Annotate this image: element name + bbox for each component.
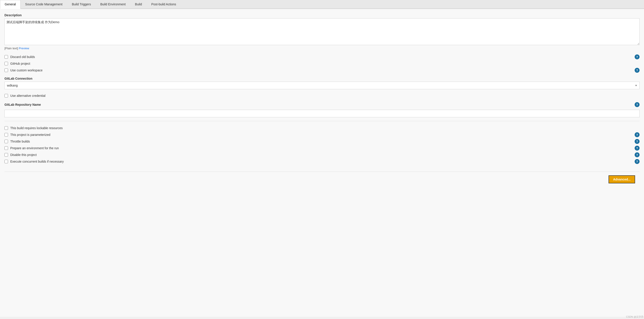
lockable-resources-row: This build requires lockable resources	[4, 125, 640, 132]
lockable-resources-label[interactable]: This build requires lockable resources	[10, 126, 640, 130]
bottom-bar: Advanced...	[4, 172, 640, 187]
text-format-row: [Plain text] Preview	[4, 46, 640, 50]
concurrent-builds-row: Execute concurrent builds if necessary ?	[4, 158, 640, 165]
tab-general[interactable]: General	[0, 0, 20, 9]
gitlab-repo-label-row: GitLab Repository Name ?	[4, 102, 640, 107]
disable-project-help-icon[interactable]: ?	[635, 152, 640, 157]
disable-project-row: Disable this project ?	[4, 152, 640, 158]
throttle-builds-row: Throttle builds ?	[4, 138, 640, 145]
gitlab-repo-input[interactable]	[4, 110, 640, 117]
use-alt-credential-label[interactable]: Use alternative credential	[10, 94, 640, 98]
github-project-row: GitHub project	[4, 60, 640, 67]
discard-old-builds-label[interactable]: Discard old builds	[10, 55, 640, 59]
use-custom-workspace-label[interactable]: Use custom workspace	[10, 68, 640, 72]
parameterized-checkbox[interactable]	[4, 133, 8, 136]
use-custom-workspace-row: Use custom workspace ?	[4, 67, 640, 74]
tab-build-environment[interactable]: Build Environment	[96, 0, 130, 8]
throttle-builds-label[interactable]: Throttle builds	[10, 140, 640, 143]
concurrent-builds-help-icon[interactable]: ?	[635, 159, 640, 164]
lockable-resources-checkbox[interactable]	[4, 126, 8, 130]
gitlab-connection-select[interactable]: wdkang	[4, 82, 640, 89]
tab-source-code-management[interactable]: Source Code Management	[20, 0, 67, 8]
concurrent-builds-label[interactable]: Execute concurrent builds if necessary	[10, 160, 640, 163]
divider	[4, 121, 640, 121]
discard-old-builds-help-icon[interactable]: ?	[635, 54, 640, 59]
prepare-env-row: Prepare an environment for the run ?	[4, 145, 640, 152]
throttle-builds-help-icon[interactable]: ?	[635, 139, 640, 144]
prepare-env-label[interactable]: Prepare an environment for the run	[10, 146, 640, 150]
github-project-checkbox[interactable]	[4, 62, 8, 65]
tab-bar: General Source Code Management Build Tri…	[0, 0, 644, 9]
gitlab-connection-section: GitLab Connection wdkang	[4, 77, 640, 89]
use-custom-workspace-checkbox[interactable]	[4, 68, 8, 72]
tab-build[interactable]: Build	[130, 0, 146, 8]
disable-project-label[interactable]: Disable this project	[10, 153, 640, 156]
tab-build-triggers[interactable]: Build Triggers	[67, 0, 96, 8]
description-label: Description	[4, 14, 640, 17]
preview-link[interactable]: Preview	[19, 46, 29, 50]
concurrent-builds-checkbox[interactable]	[4, 160, 8, 163]
gitlab-repo-section: GitLab Repository Name ?	[4, 102, 640, 117]
plain-text-label: [Plain text]	[4, 46, 18, 50]
parameterized-row: This project is parameterized ?	[4, 132, 640, 138]
prepare-env-help-icon[interactable]: ?	[635, 146, 640, 150]
discard-old-builds-row: Discard old builds ?	[4, 54, 640, 60]
disable-project-checkbox[interactable]	[4, 153, 8, 156]
discard-old-builds-checkbox[interactable]	[4, 55, 8, 59]
use-custom-workspace-help-icon[interactable]: ?	[635, 68, 640, 73]
description-section: Description 测试后端脚手架的持续集成 作为Demo [Plain t…	[4, 14, 640, 50]
gitlab-repo-help-icon[interactable]: ?	[635, 102, 640, 107]
tab-post-build-actions[interactable]: Post-build Actions	[147, 0, 181, 8]
parameterized-label[interactable]: This project is parameterized	[10, 133, 640, 136]
use-alt-credential-row: Use alternative credential	[4, 92, 640, 99]
main-content: Description 测试后端脚手架的持续集成 作为Demo [Plain t…	[0, 9, 644, 317]
description-textarea[interactable]: 测试后端脚手架的持续集成 作为Demo	[4, 18, 640, 45]
throttle-builds-checkbox[interactable]	[4, 140, 8, 143]
gitlab-repo-label: GitLab Repository Name	[4, 103, 41, 106]
gitlab-connection-label: GitLab Connection	[4, 77, 640, 80]
prepare-env-checkbox[interactable]	[4, 146, 8, 150]
github-project-label[interactable]: GitHub project	[10, 62, 640, 65]
use-alt-credential-checkbox[interactable]	[4, 94, 8, 98]
gitlab-connection-select-wrapper: wdkang	[4, 82, 640, 89]
parameterized-help-icon[interactable]: ?	[635, 132, 640, 137]
advanced-button[interactable]: Advanced...	[608, 175, 635, 183]
watermark: CSDN @汉字乔	[626, 315, 644, 317]
